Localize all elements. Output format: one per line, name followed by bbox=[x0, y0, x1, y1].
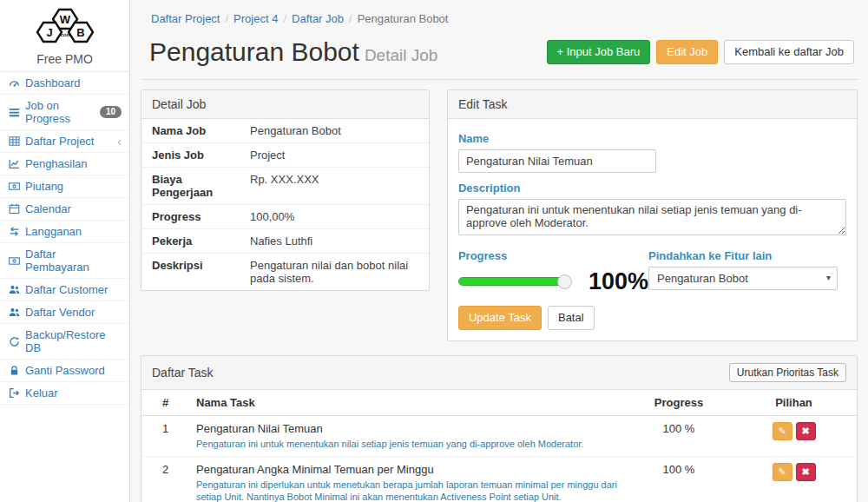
detail-value: Nafies Luthfi bbox=[250, 229, 429, 253]
calendar-icon bbox=[8, 203, 20, 215]
name-label: Name bbox=[458, 132, 846, 145]
sidebar-item-label: Daftar Project bbox=[25, 135, 94, 148]
sidebar-item-calendar[interactable]: Calendar bbox=[0, 198, 129, 221]
chevron-left-icon: ‹ bbox=[117, 137, 122, 146]
logo-letter-w: W bbox=[59, 13, 70, 26]
detail-label: Nama Job bbox=[141, 119, 250, 142]
sidebar-item-label: Calendar bbox=[25, 202, 71, 215]
breadcrumb-link-daftar-project[interactable]: Daftar Project bbox=[151, 12, 220, 25]
detail-label: Deskripsi bbox=[141, 254, 250, 290]
task-table: # Nama Task Progress Pilihan 1 Pengatura… bbox=[141, 390, 857, 502]
sidebar-item-label: Dashboard bbox=[25, 76, 81, 89]
sidebar-item-label: Piutang bbox=[25, 180, 63, 193]
sidebar-item-label: Penghasilan bbox=[25, 157, 88, 170]
daftar-task-panel-header: Daftar Task Urutkan Prioritas Task bbox=[141, 356, 857, 390]
detail-row-pekerja: PekerjaNafies Luthfi bbox=[141, 229, 429, 254]
sidebar-item-penghasilan[interactable]: Penghasilan bbox=[0, 153, 129, 175]
detail-row-deskripsi: DeskripsiPengaturan nilai dan bobot nila… bbox=[141, 254, 429, 290]
users-icon bbox=[8, 284, 20, 296]
sidebar-item-daftar-customer[interactable]: Daftar Customer bbox=[0, 279, 129, 301]
daftar-task-panel-title: Daftar Task bbox=[152, 366, 214, 380]
task-description-textarea[interactable]: Pengaturan ini untuk menentukan nilai se… bbox=[458, 199, 846, 235]
task-name: Pengaturan Nilai Temuan bbox=[196, 422, 620, 435]
job-count-badge: 10 bbox=[100, 106, 122, 118]
detail-label: Jenis Job bbox=[141, 143, 250, 167]
task-table-header-row: # Nama Task Progress Pilihan bbox=[141, 390, 857, 416]
breadcrumb: Daftar Project/Project 4/Daftar Job/Peng… bbox=[141, 0, 858, 30]
edit-task-panel-header: Edit Task bbox=[448, 90, 857, 119]
column-header-num: # bbox=[141, 390, 189, 416]
breadcrumb-link-daftar-job[interactable]: Daftar Job bbox=[292, 12, 344, 25]
sidebar-item-label: Keluar bbox=[25, 386, 58, 400]
chart-line-icon bbox=[8, 158, 20, 170]
detail-value: Pengaturan Bobot bbox=[250, 119, 429, 142]
edit-job-button[interactable]: Edit Job bbox=[656, 40, 718, 64]
breadcrumb-link-project-4[interactable]: Project 4 bbox=[233, 12, 278, 25]
exchange-icon bbox=[8, 226, 20, 238]
sidebar-item-ganti-password[interactable]: Ganti Password bbox=[0, 360, 129, 382]
column-header-nama-task: Nama Task bbox=[189, 390, 627, 416]
sidebar-item-backup-restore[interactable]: Backup/Restore DB bbox=[0, 324, 129, 360]
column-header-pilihan: Pilihan bbox=[731, 390, 857, 416]
bars-icon bbox=[8, 106, 20, 118]
progress-slider-handle[interactable] bbox=[557, 274, 572, 289]
sidebar-item-daftar-project[interactable]: Daftar Project ‹ bbox=[0, 130, 129, 153]
detail-job-table: Nama JobPengaturan Bobot Jenis JobProjec… bbox=[141, 119, 429, 290]
table-icon bbox=[8, 135, 20, 148]
delete-task-button[interactable]: ✖ bbox=[796, 422, 816, 440]
progress-slider[interactable] bbox=[458, 277, 569, 286]
sidebar-item-keluar[interactable]: Keluar bbox=[0, 382, 129, 405]
page-title: Pengaturan BobotDetail Job bbox=[149, 37, 437, 67]
detail-row-jenis-job: Jenis JobProject bbox=[141, 143, 429, 168]
detail-job-panel: Detail Job Nama JobPengaturan Bobot Jeni… bbox=[141, 89, 430, 291]
task-name-input[interactable] bbox=[458, 149, 656, 173]
column-header-progress: Progress bbox=[627, 390, 731, 416]
delete-task-button[interactable]: ✖ bbox=[796, 463, 816, 481]
edit-task-panel-title: Edit Task bbox=[458, 97, 508, 111]
sidebar-item-label: Job on Progress bbox=[25, 99, 95, 125]
sidebar-item-dashboard[interactable]: Dashboard bbox=[0, 72, 129, 95]
task-number: 2 bbox=[141, 457, 189, 502]
sidebar-item-label: Daftar Pembayaran bbox=[25, 248, 122, 274]
detail-row-biaya: Biaya PengerjaanRp. XXX.XXX bbox=[141, 168, 429, 205]
batal-button[interactable]: Batal bbox=[548, 306, 595, 330]
money-icon bbox=[8, 254, 20, 267]
logo-block: W J B .com Free PMO bbox=[0, 0, 129, 72]
page-subtitle: Detail Job bbox=[365, 46, 438, 64]
refresh-icon bbox=[8, 335, 20, 347]
page-title-text: Pengaturan Bobot bbox=[149, 37, 359, 66]
sidebar-item-label: Daftar Vendor bbox=[25, 306, 95, 319]
detail-label: Biaya Pengerjaan bbox=[141, 168, 250, 204]
input-job-baru-button[interactable]: + Input Job Baru bbox=[547, 40, 651, 64]
detail-label: Progress bbox=[141, 205, 250, 228]
move-to-feature-select[interactable]: Pengaturan Bobot ▾ bbox=[648, 267, 838, 290]
sidebar-item-daftar-vendor[interactable]: Daftar Vendor bbox=[0, 301, 129, 324]
progress-percent-value: 100% bbox=[589, 271, 648, 292]
breadcrumb-current: Pengaturan Bobot bbox=[358, 12, 449, 25]
caret-down-icon: ▾ bbox=[826, 273, 831, 282]
daftar-task-panel: Daftar Task Urutkan Prioritas Task # Nam… bbox=[141, 355, 858, 502]
breadcrumb-separator: / bbox=[344, 12, 358, 25]
back-to-job-list-button[interactable]: Kembali ke daftar Job bbox=[724, 40, 854, 64]
sidebar-item-piutang[interactable]: Piutang bbox=[0, 175, 129, 198]
edit-task-button[interactable]: ✎ bbox=[773, 422, 792, 440]
logo-com: .com bbox=[58, 32, 70, 37]
sidebar-item-job-on-progress[interactable]: Job on Progress 10 bbox=[0, 95, 129, 130]
sidebar-item-langganan[interactable]: Langganan bbox=[0, 221, 129, 243]
description-label: Description bbox=[458, 182, 846, 195]
page-header: Pengaturan BobotDetail Job + Input Job B… bbox=[141, 30, 858, 80]
task-row: 1 Pengaturan Nilai Temuan Pengaturan ini… bbox=[141, 416, 857, 457]
edit-task-button[interactable]: ✎ bbox=[773, 463, 792, 481]
input-job-baru-label: Input Job Baru bbox=[567, 45, 641, 58]
detail-value: Pengaturan nilai dan bobot nilai pada si… bbox=[250, 254, 429, 290]
sidebar-item-daftar-pembayaran[interactable]: Daftar Pembayaran bbox=[0, 243, 129, 279]
sign-out-icon bbox=[8, 387, 20, 400]
sort-priority-button-top[interactable]: Urutkan Prioritas Task bbox=[729, 363, 846, 382]
detail-row-nama-job: Nama JobPengaturan Bobot bbox=[141, 119, 429, 143]
pencil-icon: ✎ bbox=[778, 426, 786, 437]
update-task-button[interactable]: Update Task bbox=[458, 306, 542, 330]
sidebar-menu: Dashboard Job on Progress 10 Daftar Proj… bbox=[0, 72, 129, 405]
lock-icon bbox=[8, 365, 20, 377]
money-icon bbox=[8, 181, 20, 193]
sidebar: W J B .com Free PMO Dashboard Job on Pro… bbox=[0, 0, 130, 502]
